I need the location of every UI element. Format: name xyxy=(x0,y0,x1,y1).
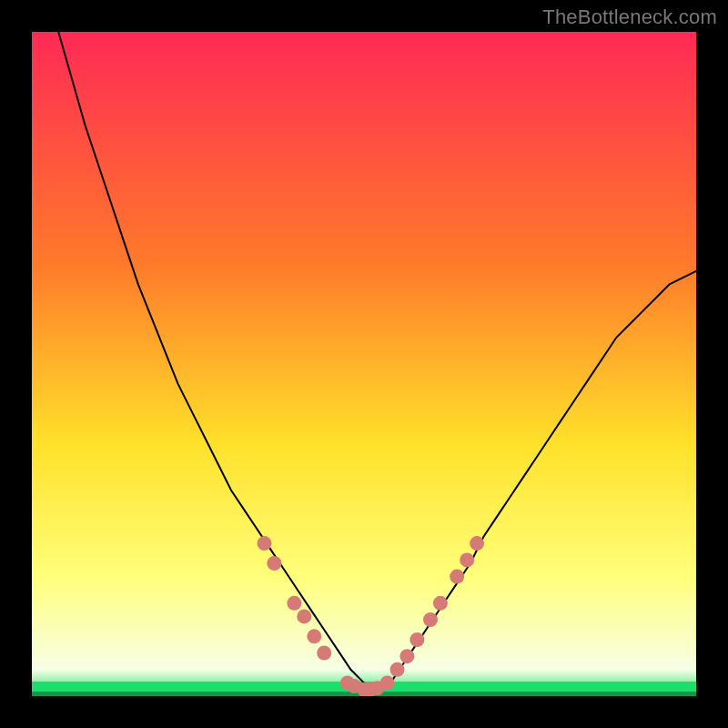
data-marker xyxy=(258,536,272,551)
data-marker xyxy=(423,612,438,627)
data-marker xyxy=(399,649,414,663)
data-marker xyxy=(450,570,464,584)
data-marker xyxy=(390,662,405,677)
data-marker xyxy=(380,675,395,690)
data-marker xyxy=(410,632,424,647)
data-marker xyxy=(297,609,311,623)
data-marker xyxy=(317,646,331,661)
data-marker xyxy=(287,596,301,611)
data-marker xyxy=(267,556,281,571)
data-marker xyxy=(433,596,448,611)
attribution-text: TheBottleneck.com xyxy=(542,5,717,29)
bottleneck-chart xyxy=(32,32,696,696)
plot-area xyxy=(32,32,696,696)
gradient-bg xyxy=(32,32,696,696)
data-marker xyxy=(460,552,474,567)
data-marker xyxy=(307,629,321,643)
data-marker xyxy=(470,536,484,551)
chart-frame: TheBottleneck.com xyxy=(0,0,728,728)
